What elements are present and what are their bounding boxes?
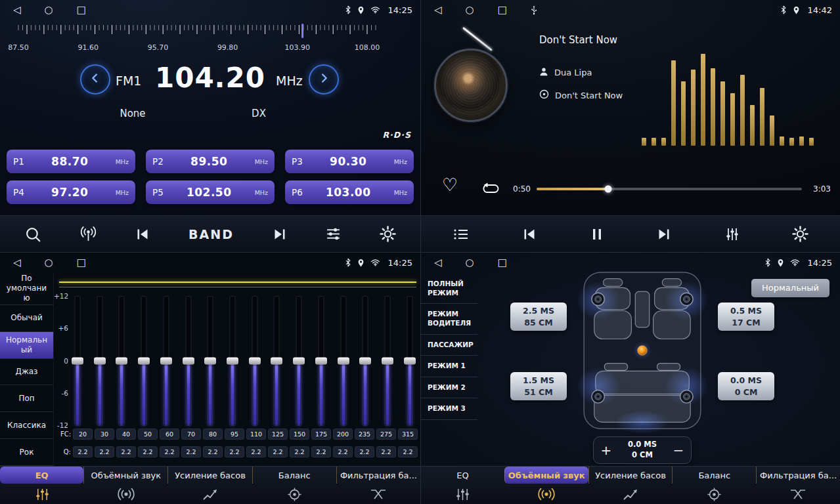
repeat-button[interactable] (481, 182, 500, 198)
decrease-delay-button[interactable]: − (666, 437, 691, 463)
eq-slider-knob[interactable] (359, 358, 371, 365)
nav-back-button[interactable]: ◁ (434, 258, 442, 268)
nav-home-button[interactable]: ○ (466, 5, 474, 15)
nav-recents-button[interactable]: □ (77, 5, 86, 15)
eq-preset-normal[interactable]: Нормальный (0, 332, 53, 359)
mode-2[interactable]: РЕЖИМ 2 (421, 377, 477, 399)
tab-surround[interactable]: Объёмный звук (504, 467, 588, 484)
tab-bass-boost[interactable]: Усиление басов (588, 467, 673, 484)
balance-icon[interactable] (673, 484, 757, 504)
eq-band-slider[interactable] (204, 296, 217, 426)
settings-button[interactable] (380, 226, 396, 242)
mode-driver[interactable]: РЕЖИМ ВОДИТЕЛЯ (421, 304, 477, 334)
eq-preset-pop[interactable]: Поп (0, 385, 53, 412)
band-button[interactable]: BAND (188, 227, 234, 242)
tab-eq[interactable]: EQ (0, 467, 83, 484)
eq-band-slider[interactable] (403, 296, 416, 426)
eq-band-slider[interactable] (93, 296, 106, 426)
preset-p2[interactable]: P2 89.50 MHz (146, 150, 275, 173)
tab-bass-boost[interactable]: Усиление басов (167, 467, 252, 484)
eq-preset-classic[interactable]: Классика (0, 412, 53, 439)
eq-band-slider[interactable] (292, 296, 305, 426)
equalizer-button[interactable] (325, 226, 342, 242)
eq-band-slider[interactable] (71, 296, 84, 426)
eq-preset-custom[interactable]: Обычай (0, 305, 53, 332)
eq-band-slider[interactable] (381, 296, 394, 426)
tab-surround[interactable]: Объёмный звук (83, 467, 167, 484)
crossover-filter-icon[interactable] (756, 484, 840, 504)
settings-button[interactable] (792, 226, 808, 242)
eq-slider-knob[interactable] (271, 358, 282, 365)
eq-band-slider[interactable] (182, 296, 195, 426)
tab-filter[interactable]: Фильтрация ба... (756, 467, 840, 484)
favorite-button[interactable]: ♡ (442, 176, 458, 194)
scan-button[interactable] (24, 226, 41, 243)
eq-preset-rock[interactable]: Рок (0, 439, 53, 466)
bass-boost-icon[interactable] (588, 484, 673, 504)
pause-button[interactable] (590, 226, 604, 242)
preset-p6[interactable]: P6 103.00 MHz (285, 180, 414, 204)
field-preset-button[interactable]: Нормальный (751, 279, 829, 297)
tab-filter[interactable]: Фильтрация ба... (336, 467, 420, 484)
eq-slider-knob[interactable] (94, 358, 106, 365)
delay-front-right[interactable]: 0.5 MS 17 CM (718, 303, 774, 331)
nav-home-button[interactable]: ○ (45, 5, 53, 15)
eq-band-slider[interactable] (315, 296, 328, 426)
crossover-filter-icon[interactable] (336, 484, 420, 504)
surround-sound-icon[interactable] (84, 484, 168, 504)
delay-front-left[interactable]: 2.5 MS 85 CM (510, 303, 567, 331)
eq-band-slider[interactable] (359, 296, 372, 426)
eq-band-slider[interactable] (337, 296, 350, 426)
nav-home-button[interactable]: ○ (45, 258, 53, 268)
album-art-disc[interactable] (434, 49, 508, 122)
eq-slider-knob[interactable] (293, 358, 305, 365)
eq-band-slider[interactable] (248, 296, 261, 426)
nav-back-button[interactable]: ◁ (13, 5, 21, 15)
nav-recents-button[interactable]: □ (498, 258, 507, 268)
previous-station-button[interactable] (135, 227, 150, 242)
seek-knob[interactable] (605, 186, 612, 193)
eq-slider-knob[interactable] (315, 358, 327, 365)
preset-p3[interactable]: P3 90.30 MHz (285, 150, 414, 173)
eq-band-slider[interactable] (270, 296, 283, 426)
mode-full[interactable]: ПОЛНЫЙ РЕЖИМ (421, 274, 477, 304)
eq-slider-knob[interactable] (160, 358, 172, 365)
eq-slider-knob[interactable] (204, 358, 216, 365)
nav-back-button[interactable]: ◁ (13, 258, 21, 268)
balance-icon[interactable] (252, 484, 336, 504)
eq-faders-icon[interactable] (421, 484, 505, 504)
eq-preset-default[interactable]: По умолчанию (0, 272, 53, 305)
tab-balance[interactable]: Баланс (672, 467, 756, 484)
tune-up-button[interactable] (309, 64, 339, 94)
tuner-scale[interactable]: 87.5091.6095.7099.80103.90108.00 (13, 24, 381, 58)
previous-track-button[interactable] (521, 227, 537, 242)
broadcast-seek-button[interactable] (79, 226, 97, 242)
nav-recents-button[interactable]: □ (77, 258, 86, 268)
eq-slider-knob[interactable] (72, 358, 83, 365)
nav-recents-button[interactable]: □ (498, 5, 507, 15)
eq-preset-jazz[interactable]: Джаз (0, 359, 53, 386)
car-seat-map[interactable] (577, 270, 707, 434)
delay-rear-right[interactable]: 0.0 MS 0 CM (718, 372, 774, 400)
eq-band-slider[interactable] (160, 296, 173, 426)
preset-p4[interactable]: P4 97.20 MHz (7, 180, 135, 204)
surround-sound-icon[interactable] (505, 484, 589, 504)
mode-passenger[interactable]: ПАССАЖИР (421, 335, 477, 356)
eq-slider-knob[interactable] (249, 358, 261, 365)
increase-delay-button[interactable]: + (594, 437, 619, 463)
seek-bar[interactable] (537, 188, 802, 190)
eq-slider-knob[interactable] (338, 358, 349, 365)
preset-p5[interactable]: P5 102.50 MHz (146, 180, 275, 204)
tuner-ticks[interactable] (13, 24, 381, 43)
eq-band-slider[interactable] (115, 296, 128, 426)
nav-back-button[interactable]: ◁ (434, 5, 442, 15)
next-track-button[interactable] (656, 227, 672, 242)
eq-slider-knob[interactable] (404, 358, 416, 365)
bass-boost-icon[interactable] (168, 484, 252, 504)
eq-band-slider[interactable] (226, 296, 239, 426)
mode-3[interactable]: РЕЖИМ 3 (421, 398, 477, 420)
eq-slider-knob[interactable] (116, 358, 127, 365)
preset-p1[interactable]: P1 88.70 MHz (7, 150, 135, 173)
mode-1[interactable]: РЕЖИМ 1 (421, 356, 477, 377)
delay-rear-left[interactable]: 1.5 MS 51 CM (510, 372, 567, 400)
